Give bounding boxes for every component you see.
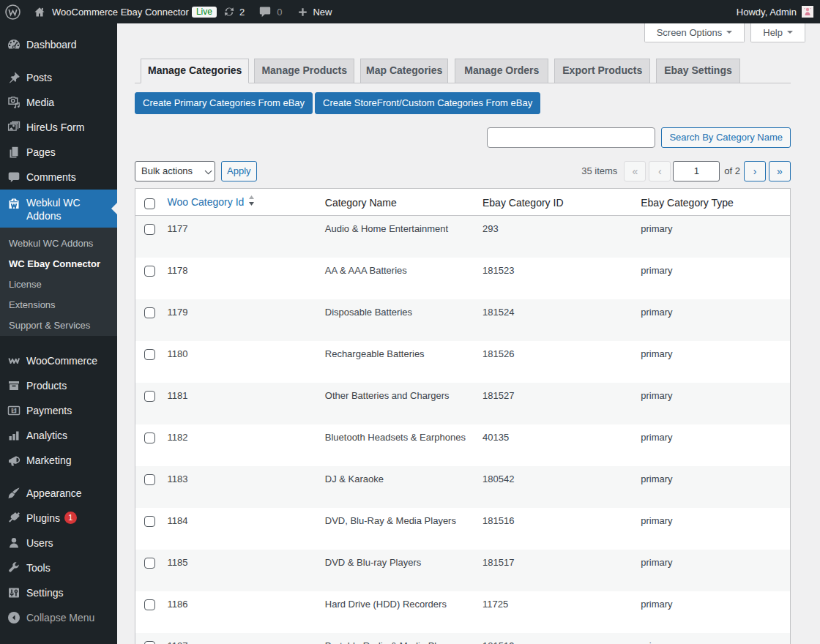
svg-text:$: $ [12,408,15,413]
